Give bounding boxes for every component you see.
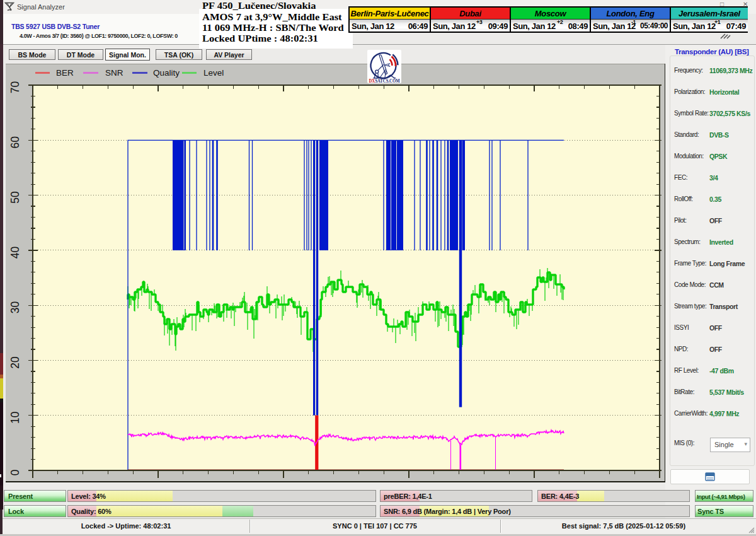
svg-text:Level: Level bbox=[203, 68, 224, 78]
svg-text:40: 40 bbox=[9, 246, 21, 259]
svg-text:60: 60 bbox=[9, 136, 21, 149]
svg-text:DXSATCS.COM: DXSATCS.COM bbox=[369, 78, 400, 84]
svg-text:50: 50 bbox=[9, 191, 21, 204]
svg-text:70: 70 bbox=[9, 81, 21, 94]
svg-text:20: 20 bbox=[9, 356, 21, 369]
svg-text:BER: BER bbox=[56, 68, 74, 78]
svg-text:30: 30 bbox=[9, 301, 21, 314]
svg-text:10: 10 bbox=[9, 411, 21, 424]
svg-text:0: 0 bbox=[9, 469, 21, 475]
svg-text:SNR: SNR bbox=[105, 68, 123, 78]
svg-text:Quality: Quality bbox=[153, 68, 180, 78]
